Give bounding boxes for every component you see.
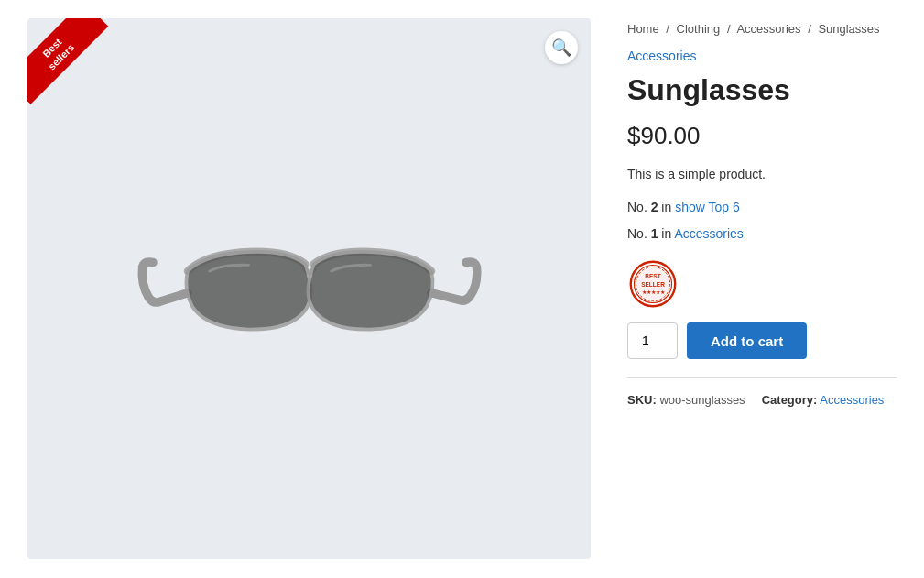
ranking-in-1: in bbox=[658, 200, 675, 214]
meta-divider bbox=[627, 377, 897, 378]
category-meta-link[interactable]: Accessories bbox=[820, 393, 884, 407]
ranking-prefix-2: No. bbox=[627, 226, 651, 241]
zoom-button[interactable]: 🔍 bbox=[545, 31, 578, 64]
product-image-area: Bestsellers 🔍 bbox=[27, 18, 591, 559]
ribbon-text: Bestsellers bbox=[27, 18, 108, 104]
ranking-prefix-1: No. bbox=[627, 200, 651, 214]
breadcrumb-clothing[interactable]: Clothing bbox=[677, 22, 721, 36]
bestseller-badge: BEST SELLER ★★★★★ bbox=[627, 258, 897, 310]
breadcrumb-home[interactable]: Home bbox=[627, 22, 659, 36]
ranking-row-2: No. 1 in Accessories bbox=[627, 224, 897, 244]
sku-label: SKU: bbox=[627, 393, 657, 407]
add-to-cart-row: Add to cart bbox=[627, 322, 897, 359]
zoom-icon: 🔍 bbox=[551, 38, 571, 58]
product-title: Sunglasses bbox=[627, 72, 897, 107]
svg-text:SELLER: SELLER bbox=[641, 281, 665, 288]
product-meta: SKU: woo-sunglasses Category: Accessorie… bbox=[627, 389, 897, 410]
svg-text:BEST: BEST bbox=[645, 274, 660, 280]
page-container: Bestsellers 🔍 bbox=[0, 0, 924, 578]
product-price: $90.00 bbox=[627, 122, 897, 150]
ranking-link-2[interactable]: Accessories bbox=[674, 226, 743, 241]
category-meta-label: Category: bbox=[762, 393, 818, 407]
breadcrumb-accessories[interactable]: Accessories bbox=[736, 22, 800, 36]
bestseller-stamp-icon: BEST SELLER ★★★★★ bbox=[627, 258, 679, 310]
quantity-input[interactable] bbox=[627, 322, 678, 359]
ranking-in-2: in bbox=[658, 226, 674, 241]
ranking-link-1[interactable]: show Top 6 bbox=[675, 200, 740, 214]
product-image bbox=[136, 202, 484, 376]
category-link[interactable]: Accessories bbox=[627, 49, 897, 63]
add-to-cart-button[interactable]: Add to cart bbox=[687, 322, 807, 359]
ranking-row-1: No. 2 in show Top 6 bbox=[627, 197, 897, 217]
product-description: This is a simple product. bbox=[627, 165, 897, 184]
breadcrumb-current: Sunglasses bbox=[818, 22, 879, 36]
breadcrumb: Home / Clothing / Accessories / Sunglass… bbox=[627, 22, 897, 36]
svg-text:★★★★★: ★★★★★ bbox=[642, 289, 665, 295]
sku-value: woo-sunglasses bbox=[659, 393, 745, 407]
product-info-panel: Home / Clothing / Accessories / Sunglass… bbox=[627, 18, 897, 411]
bestseller-ribbon: Bestsellers bbox=[27, 18, 119, 110]
